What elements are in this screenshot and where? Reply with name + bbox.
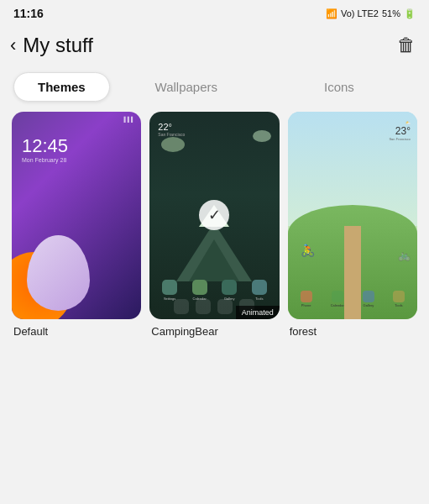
back-button[interactable]: ‹ (10, 34, 16, 56)
delete-button[interactable]: 🗑 (397, 34, 416, 56)
status-icons: 📶 Vo) LTE2 51% 🔋 (326, 8, 416, 19)
camping-app-icons: Settings Calendar Gallery Tools (149, 280, 279, 301)
cloud-left (161, 137, 185, 152)
tabs-bar: Themes Wallpapers Icons (0, 66, 429, 112)
battery-icon: 🔋 (404, 8, 416, 19)
tab-themes[interactable]: Themes (13, 72, 110, 102)
dock-icon-2 (196, 299, 211, 314)
theme-label-forest: forest (288, 325, 317, 338)
themes-grid: ▌▌▌ 12:45 Mon February 28 Default 22° Sa… (0, 112, 429, 338)
white-moon (27, 235, 90, 311)
theme-thumb-default: ▌▌▌ 12:45 Mon February 28 (12, 112, 141, 319)
tab-wallpapers[interactable]: Wallpapers (110, 73, 263, 101)
theme-card-campingbear[interactable]: 22° San Francisco ✓ Settings Calendar (149, 112, 279, 338)
forest-icon-1: Phone (301, 291, 312, 307)
forest-icon-2: Calendar (331, 291, 344, 307)
page-title: My stuff (23, 34, 93, 57)
theme-thumb-campingbear: 22° San Francisco ✓ Settings Calendar (149, 112, 279, 319)
theme-card-forest[interactable]: ⛅ 23° San Francisco 🚴 🚲 Phone Calendar G… (288, 112, 417, 338)
theme-card-default[interactable]: ▌▌▌ 12:45 Mon February 28 Default (12, 112, 141, 338)
header: ‹ My stuff 🗑 (0, 27, 429, 66)
status-time: 11:16 (13, 7, 44, 20)
dock-icon-3 (217, 299, 233, 314)
forest-icon-3: Gallery (363, 291, 374, 307)
theme-label-campingbear: CampingBear (149, 325, 218, 338)
default-screen-time: 12:45 Mon February 28 (22, 135, 68, 163)
cloud-right (253, 130, 271, 142)
battery-percent: 51% (382, 8, 400, 18)
selected-check: ✓ (199, 200, 229, 230)
app-icon-settings: Settings (162, 280, 177, 301)
wifi-icon: 📶 (326, 8, 337, 19)
forest-icon-4: Tools (393, 291, 405, 307)
default-signal-icon: ▌▌▌ (124, 117, 135, 122)
app-icon-gallery: Gallery (222, 280, 237, 301)
status-bar: 11:16 📶 Vo) LTE2 51% 🔋 (0, 0, 429, 27)
character-right: 🚲 (398, 249, 411, 261)
dock-icon-1 (174, 299, 189, 314)
theme-label-default: Default (12, 325, 48, 338)
forest-weather: ⛅ 23° San Francisco (389, 120, 411, 141)
character-left: 🚴 (301, 244, 315, 257)
mountain-shape (176, 223, 252, 281)
animated-badge: Animated (236, 306, 280, 319)
signal-text: Vo) LTE2 (341, 8, 379, 18)
tab-icons[interactable]: Icons (263, 73, 416, 101)
theme-thumb-forest: ⛅ 23° San Francisco 🚴 🚲 Phone Calendar G… (288, 112, 417, 319)
camping-weather: 22° San Francisco (158, 122, 185, 137)
app-icon-calendar: Calendar (192, 280, 207, 301)
header-left: ‹ My stuff (10, 34, 93, 57)
forest-app-icons: Phone Calendar Gallery Tools (288, 291, 417, 307)
app-icon-tools: Tools (252, 280, 267, 301)
